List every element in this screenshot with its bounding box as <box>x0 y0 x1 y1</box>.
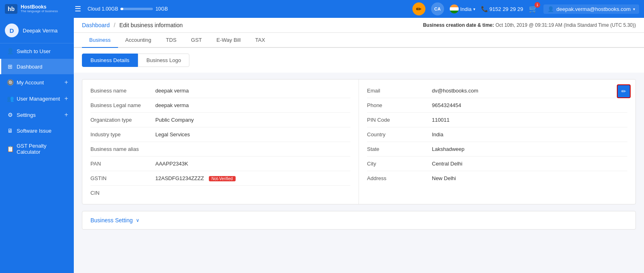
ca-icon-btn[interactable]: CA <box>431 2 444 15</box>
sub-tab-business-logo[interactable]: Business Logo <box>138 54 189 67</box>
info-card: ✏ Business name deepak verma Business Le… <box>82 79 636 204</box>
info-row: Industry type Legal Services <box>90 127 350 142</box>
sidebar-item-gst-penalty[interactable]: 📋 GST Penalty Calculator <box>0 138 74 159</box>
user-management-icon: 👥 <box>7 95 13 102</box>
field-label: Organization type <box>90 117 155 123</box>
header-actions: ✏ CA India ▾ 📞 9152 29 29 29 🛒 1 👤 deep <box>412 2 639 15</box>
user-email: deepak.verma@hostbooks.com <box>556 6 631 12</box>
info-row: CIN <box>90 186 350 200</box>
software-issue-icon: 🖥 <box>7 127 13 134</box>
sidebar-item-label: GST Penalty Calculator <box>17 143 68 155</box>
country-label: India <box>460 6 472 12</box>
cart-button[interactable]: 🛒 1 <box>529 4 538 13</box>
info-row: GSTIN 12ASDFG1234ZZZZ Not-Verified <box>90 171 350 186</box>
business-setting-bar[interactable]: Business Setting ∨ <box>82 211 636 230</box>
info-row: Organization type Public Company <box>90 113 350 127</box>
top-header: hb HostBooks The language of business ☰ … <box>0 0 644 18</box>
breadcrumb-parent[interactable]: Dashboard <box>82 22 110 28</box>
user-icon: 👤 <box>547 6 554 12</box>
edit-button[interactable]: ✏ <box>617 84 631 98</box>
field-label: Country <box>367 131 432 138</box>
field-label: PIN Code <box>367 117 432 123</box>
tab-tax[interactable]: TAX <box>248 33 272 48</box>
field-value: 9654324454 <box>432 102 627 108</box>
tab-business[interactable]: Business <box>82 33 118 48</box>
right-info-section: Email dv@hostbooks.com Phone 9654324454 … <box>359 80 635 204</box>
sidebar-item-user-management[interactable]: 👥 User Management + <box>0 90 74 107</box>
breadcrumb-separator: / <box>114 22 115 28</box>
info-grid: Business name deepak verma Business Lega… <box>82 80 635 204</box>
info-row: Address New Delhi <box>367 171 627 185</box>
field-value: 12ASDFG1234ZZZZ Not-Verified <box>155 175 350 181</box>
field-label: State <box>367 146 432 152</box>
info-row: City Central Delhi <box>367 157 627 171</box>
pencil-icon: ✏ <box>621 88 626 95</box>
business-date: Business creation date & time: Oct 10th,… <box>423 22 636 28</box>
dashboard-icon: ⊞ <box>7 63 13 70</box>
sidebar-item-software-issue[interactable]: 🖥 Software Issue <box>0 123 74 138</box>
sidebar-item-settings[interactable]: ⚙ Settings + <box>0 107 74 123</box>
sidebar-item-label: Settings <box>17 112 61 118</box>
field-value: New Delhi <box>432 175 627 181</box>
info-row: State Lakshadweep <box>367 142 627 157</box>
storage-bar-bg <box>120 8 153 10</box>
storage-bar-fill <box>120 8 123 10</box>
field-label: GSTIN <box>90 175 155 181</box>
hamburger-icon[interactable]: ☰ <box>75 4 81 13</box>
switch-to-user-icon: 👤 <box>7 48 13 54</box>
sidebar-item-my-account[interactable]: 🔘 My Account + <box>0 74 74 90</box>
expand-icon: + <box>64 79 68 86</box>
user-menu[interactable]: 👤 deepak.verma@hostbooks.com ▾ <box>543 4 639 14</box>
tab-gst[interactable]: GST <box>184 33 209 48</box>
layout: D Deepak Verma 👤 Switch to User ⊞ Dashbo… <box>0 18 644 273</box>
field-value: AAAPP2343K <box>155 161 350 167</box>
business-date-value: Oct 10th, 2019 @ 09:31:19 AM (India Stan… <box>496 22 636 28</box>
info-row: Business name deepak verma <box>90 84 350 98</box>
settings-icon: ⚙ <box>7 112 13 118</box>
sidebar: D Deepak Verma 👤 Switch to User ⊞ Dashbo… <box>0 18 74 273</box>
field-value: Central Delhi <box>432 161 627 167</box>
storage-info: Cloud 1.00GB 10GB <box>88 6 168 12</box>
left-info-section: Business name deepak verma Business Lega… <box>82 80 359 204</box>
breadcrumb-current: Edit business information <box>119 22 182 28</box>
expand-icon: + <box>64 111 68 118</box>
tab-eway-bill[interactable]: E-Way Bill <box>209 33 248 48</box>
user-name-label: Deepak Verma <box>23 28 58 34</box>
tab-accounting[interactable]: Accounting <box>118 33 159 48</box>
field-label: Phone <box>367 102 432 108</box>
country-selector[interactable]: India ▾ <box>450 4 475 13</box>
sidebar-item-label: Switch to User <box>17 48 68 54</box>
field-label: Business name alias <box>90 146 155 152</box>
my-account-icon: 🔘 <box>7 79 13 86</box>
info-row: PAN AAAPP2343K <box>90 157 350 171</box>
sidebar-item-dashboard[interactable]: ⊞ Dashboard <box>0 59 74 74</box>
info-row: Business Legal name deepak verma <box>90 98 350 113</box>
india-flag-icon <box>450 4 459 13</box>
field-value: Lakshadweep <box>432 146 627 152</box>
logo-text: HostBooks The language of business <box>21 4 58 13</box>
field-value: 110011 <box>432 117 627 123</box>
tab-tds[interactable]: TDS <box>159 33 184 48</box>
field-label: CIN <box>90 190 155 196</box>
field-label: Email <box>367 88 432 94</box>
phone-icon: 📞 <box>481 6 488 12</box>
info-row: Phone 9654324454 <box>367 98 627 113</box>
chevron-down-icon: ∨ <box>136 217 140 223</box>
field-value: deepak verma <box>155 88 350 94</box>
sidebar-item-label: User Management <box>17 96 61 102</box>
logo-box: hb <box>5 4 17 14</box>
field-label: Industry type <box>90 131 155 138</box>
tools-icon-btn[interactable]: ✏ <box>412 2 425 15</box>
user-profile: D Deepak Verma <box>0 18 74 43</box>
phone-info: 📞 9152 29 29 29 <box>481 6 523 12</box>
logo-short: hb <box>8 6 15 12</box>
field-label: PAN <box>90 161 155 167</box>
field-value: Legal Services <box>155 131 350 138</box>
main-content: Dashboard / Edit business information Bu… <box>74 18 644 273</box>
info-row: Country India <box>367 127 627 142</box>
field-label: Business Legal name <box>90 102 155 108</box>
sub-tab-business-details[interactable]: Business Details <box>82 54 138 67</box>
sidebar-item-switch-to-user[interactable]: 👤 Switch to User <box>0 43 74 59</box>
field-value: deepak verma <box>155 102 350 108</box>
sidebar-item-label: My Account <box>17 80 61 86</box>
